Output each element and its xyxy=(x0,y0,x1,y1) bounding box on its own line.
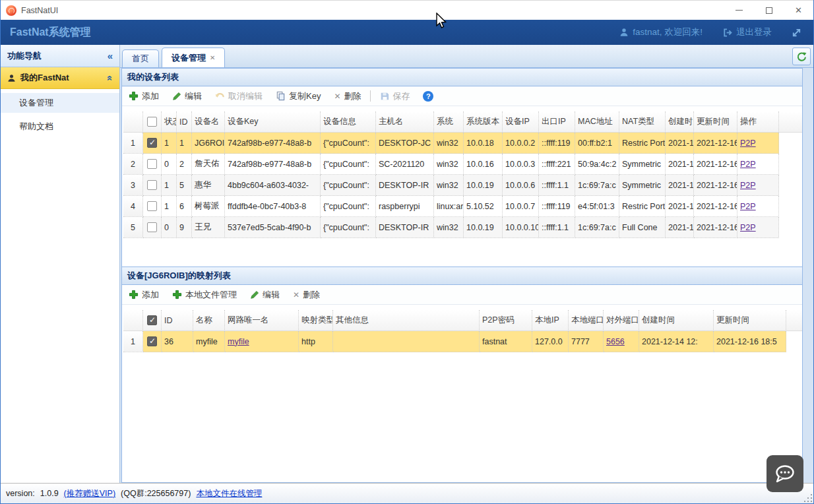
window-title: FastNatUI xyxy=(21,6,58,15)
sidebar-item-device-management[interactable]: 设备管理 xyxy=(1,93,119,113)
col-header-info[interactable]: 设备信息 xyxy=(321,111,376,133)
resize-grip[interactable] xyxy=(803,493,812,502)
welcome-user: fastnat, 欢迎回来! xyxy=(619,26,703,38)
row-checkbox[interactable] xyxy=(147,180,157,190)
col-header-device_ip[interactable]: 设备IP xyxy=(503,111,539,133)
action-link[interactable]: P2P xyxy=(740,160,756,169)
action-link[interactable]: P2P xyxy=(740,139,756,148)
action-link[interactable]: P2P xyxy=(740,223,756,232)
delete-device-button[interactable]: ✕ 删除 xyxy=(334,90,361,102)
copy-key-button[interactable]: 复制Key xyxy=(276,90,321,102)
chevron-double-up-icon[interactable]: « xyxy=(104,75,115,80)
cell-out_ip: ::ffff:119 xyxy=(539,196,575,217)
col-header-status[interactable]: 状态 xyxy=(162,111,177,133)
local-file-manage-button[interactable]: 本地文件管理 xyxy=(172,289,237,301)
cell-device_ip: 10.0.0.10 xyxy=(503,217,539,238)
help-icon[interactable]: ? xyxy=(423,91,433,102)
sidebar-item-help-docs[interactable]: 帮助文档 xyxy=(1,117,119,137)
net_name-link[interactable]: myfile xyxy=(228,337,249,346)
edit-mapping-button[interactable]: 编辑 xyxy=(250,289,280,301)
col-header-map_type[interactable]: 映射类型 xyxy=(299,310,333,331)
row-checkbox[interactable] xyxy=(147,159,157,169)
device-row[interactable]: 202詹天佑742af98b-e977-48a8-b{"cpuCount":SC… xyxy=(123,154,779,175)
cell-host: DESKTOP-IR xyxy=(376,175,434,196)
col-header-os_ver[interactable]: 系统版本 xyxy=(464,111,503,133)
cell-key: 537e7ed5-5cab-4f90-b xyxy=(225,217,321,238)
device-row[interactable]: 315惠华4bb9c604-a603-4032-{"cpuCount":DESK… xyxy=(123,175,779,196)
accordion-my-fastnat[interactable]: 我的FastNat « xyxy=(1,67,119,89)
add-device-button[interactable]: 添加 xyxy=(129,90,159,102)
col-header-updated[interactable]: 更新时间 xyxy=(714,310,786,331)
save-button[interactable]: 保存 xyxy=(380,90,410,102)
select-all-checkbox[interactable] xyxy=(147,315,157,325)
sidebar-collapse-icon[interactable]: « xyxy=(108,50,113,61)
col-header-key[interactable]: 设备Key xyxy=(225,111,321,133)
cell-select xyxy=(143,133,162,154)
col-header-local_ip[interactable]: 本地IP xyxy=(532,310,569,331)
col-header-filler xyxy=(779,111,802,133)
cell-created: 2021-12-1 xyxy=(666,133,694,154)
device-row[interactable]: 111JG6ROIB742af98b-e977-48a8-b{"cpuCount… xyxy=(123,133,779,154)
row-checkbox[interactable] xyxy=(147,336,157,346)
tab-device-management[interactable]: 设备管理 ✕ xyxy=(162,47,225,67)
maximize-button[interactable] xyxy=(754,1,784,20)
col-header-updated[interactable]: 更新时间 xyxy=(694,111,737,133)
action-link[interactable]: P2P xyxy=(740,202,756,211)
version-value: 1.0.9 xyxy=(40,489,59,498)
chat-button[interactable] xyxy=(767,455,803,492)
col-header-id[interactable]: ID xyxy=(177,111,192,133)
select-all-checkbox[interactable] xyxy=(147,117,157,127)
col-header-name[interactable]: 名称 xyxy=(193,310,225,331)
col-header-host[interactable]: 主机名 xyxy=(376,111,434,133)
fullscreen-icon[interactable] xyxy=(792,28,801,38)
mapping-row[interactable]: 136myfilemyfilehttpfastnat127.0.07777565… xyxy=(123,331,786,352)
col-header-name[interactable]: 设备名 xyxy=(192,111,225,133)
logout-button[interactable]: 退出登录 xyxy=(722,26,772,38)
add-mapping-button[interactable]: 添加 xyxy=(129,289,159,301)
local-file-online-link[interactable]: 本地文件在线管理 xyxy=(196,488,262,499)
minimize-button[interactable] xyxy=(724,1,754,20)
action-link[interactable]: P2P xyxy=(740,181,756,190)
col-header-net_name[interactable]: 网路唯一名 xyxy=(225,310,299,331)
col-header-created[interactable]: 创建时间 xyxy=(639,310,714,331)
row-checkbox[interactable] xyxy=(147,201,157,211)
row-checkbox[interactable] xyxy=(147,138,157,148)
row-checkbox[interactable] xyxy=(147,222,157,232)
col-header-action[interactable]: 操作 xyxy=(737,111,779,133)
cell-action: P2P xyxy=(737,154,779,175)
cancel-edit-button[interactable]: 取消编辑 xyxy=(215,90,263,102)
tab-close-icon[interactable]: ✕ xyxy=(210,54,215,61)
col-header-p2p_password[interactable]: P2P密码 xyxy=(480,310,532,331)
device-row[interactable]: 416树莓派ffddfb4e-0bc7-40b3-8{"cpuCount":ra… xyxy=(123,196,779,217)
cell-id: 1 xyxy=(177,133,192,154)
col-header-other[interactable]: 其他信息 xyxy=(333,310,480,331)
cell-host: SC-2021120 xyxy=(376,154,434,175)
col-header-id[interactable]: ID xyxy=(162,310,193,331)
col-header-created[interactable]: 创建时间 xyxy=(666,111,694,133)
col-header-nat[interactable]: NAT类型 xyxy=(619,111,666,133)
cell-os_ver: 10.0.16 xyxy=(464,154,503,175)
tab-home[interactable]: 首页 xyxy=(122,49,159,67)
col-header-local_port[interactable]: 本地端口 xyxy=(569,310,604,331)
edit-device-button[interactable]: 编辑 xyxy=(172,90,202,102)
ext_port-link[interactable]: 5656 xyxy=(606,337,625,346)
cell-updated: 2021-12-16 xyxy=(694,154,737,175)
cell-out_ip: ::ffff:1.1 xyxy=(539,175,575,196)
cell-key: 4bb9c604-a603-4032- xyxy=(225,175,321,196)
close-button[interactable]: ✕ xyxy=(784,1,813,20)
cell-nat: Restric Port xyxy=(619,133,666,154)
col-header-out_ip[interactable]: 出口IP xyxy=(539,111,575,133)
sidebar-header: 功能导航 « xyxy=(1,45,119,67)
device-row[interactable]: 509王兄537e7ed5-5cab-4f90-b{"cpuCount":DES… xyxy=(123,217,779,238)
refresh-button[interactable] xyxy=(792,47,811,65)
delete-mapping-button[interactable]: ✕ 删除 xyxy=(293,289,320,301)
cell-ext_port: 5656 xyxy=(604,331,639,352)
app-title: FastNat系统管理 xyxy=(10,26,91,40)
col-header-ext_port[interactable]: 对外端口 xyxy=(604,310,639,331)
col-header-os[interactable]: 系统 xyxy=(434,111,464,133)
cell-id: 5 xyxy=(177,175,192,196)
add-icon xyxy=(129,290,139,299)
cell-p2p_password: fastnat xyxy=(480,331,532,352)
col-header-mac[interactable]: MAC地址 xyxy=(575,111,619,133)
vip-link[interactable]: (推荐赠送VIP) xyxy=(64,488,115,499)
